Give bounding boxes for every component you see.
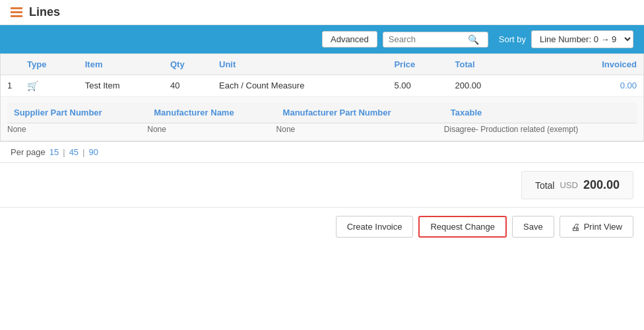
- row-number: 1: [1, 75, 20, 97]
- lines-icon: [11, 7, 22, 17]
- total-label: Total: [535, 180, 555, 191]
- col-qty: Qty: [164, 54, 212, 75]
- sub-col-supplier: Supplier Part Number: [7, 102, 147, 123]
- row-type: 🛒: [20, 75, 79, 97]
- row-spacer: [519, 75, 558, 97]
- footer-buttons: Create Invoice Request Change Save 🖨 Pri…: [0, 207, 644, 246]
- per-page-label: Per page: [11, 147, 46, 157]
- col-unit: Unit: [212, 54, 387, 75]
- sub-supplier-value: None: [7, 123, 147, 136]
- row-unit: Each / Count Measure: [212, 75, 387, 97]
- sort-by-label: Sort by: [499, 34, 526, 44]
- sub-col-mfr-part: Manufacturer Part Number: [276, 102, 444, 123]
- create-invoice-button[interactable]: Create Invoice: [336, 216, 414, 238]
- page-header: Lines: [0, 0, 644, 25]
- sub-info-cell: Supplier Part Number Manufacturer Name M…: [1, 97, 643, 141]
- total-currency: USD: [560, 180, 577, 190]
- row-price: 5.00: [387, 75, 448, 97]
- per-page-90[interactable]: 90: [88, 147, 98, 157]
- total-box: Total USD 200.00: [521, 171, 633, 199]
- table-container: Type Item Qty Unit Price Total Invoiced …: [0, 53, 644, 142]
- per-page-45[interactable]: 45: [69, 147, 79, 157]
- cart-icon: 🛒: [27, 81, 38, 91]
- col-spacer: [519, 54, 558, 75]
- per-page: Per page 15 | 45 | 90: [0, 142, 644, 162]
- printer-icon: 🖨: [571, 222, 580, 232]
- row-item: Test Item: [79, 75, 164, 97]
- page-title: Lines: [29, 5, 60, 19]
- per-page-15[interactable]: 15: [49, 147, 59, 157]
- col-price: Price: [387, 54, 448, 75]
- search-input[interactable]: [389, 34, 468, 44]
- print-view-label: Print View: [584, 222, 622, 232]
- col-total: Total: [448, 54, 518, 75]
- sort-select[interactable]: Line Number: 0 → 9: [531, 30, 633, 48]
- col-type: Type: [20, 54, 79, 75]
- request-change-button[interactable]: Request Change: [418, 216, 507, 238]
- sub-col-taxable: Taxable: [444, 102, 637, 123]
- table-header-row: Type Item Qty Unit Price Total Invoiced: [1, 54, 643, 75]
- sub-col-manufacturer: Manufacturer Name: [147, 102, 276, 123]
- sub-table: Supplier Part Number Manufacturer Name M…: [7, 102, 637, 135]
- sub-taxable-value: Disagree- Production related (exempt): [444, 123, 637, 136]
- search-wrapper: 🔍: [383, 32, 488, 48]
- lines-table: Type Item Qty Unit Price Total Invoiced …: [1, 54, 643, 141]
- total-amount: 200.00: [583, 178, 620, 192]
- row-qty: 40: [164, 75, 212, 97]
- advanced-button[interactable]: Advanced: [322, 31, 377, 48]
- col-number: [1, 54, 20, 75]
- col-invoiced: Invoiced: [558, 54, 643, 75]
- row-invoiced: 0.00: [558, 75, 643, 97]
- sub-manufacturer-value: None: [147, 123, 276, 136]
- col-item: Item: [79, 54, 164, 75]
- save-button[interactable]: Save: [512, 216, 554, 238]
- search-icon: 🔍: [468, 34, 479, 45]
- sub-mfr-part-value: None: [276, 123, 444, 136]
- row-total: 200.00: [448, 75, 518, 97]
- sub-info-row: Supplier Part Number Manufacturer Name M…: [1, 97, 643, 141]
- print-view-button[interactable]: 🖨 Print View: [560, 216, 633, 238]
- toolbar: Advanced 🔍 Sort by Line Number: 0 → 9: [0, 25, 644, 53]
- total-section: Total USD 200.00: [0, 162, 644, 207]
- table-row: 1 🛒 Test Item 40 Each / Count Measure 5.…: [1, 75, 643, 97]
